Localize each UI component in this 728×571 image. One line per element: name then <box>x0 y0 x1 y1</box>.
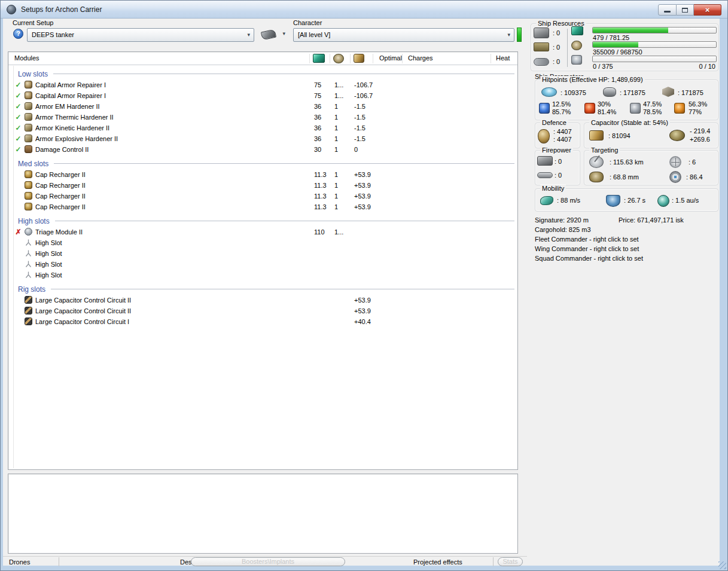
module-name: Armor Explosive Hardener II <box>35 133 118 144</box>
module-row[interactable]: Cap Recharger II11.31+53.9 <box>8 169 517 180</box>
module-pg-value: 1 <box>334 169 338 180</box>
fit-ok-icon: ✓ <box>14 144 23 155</box>
chevron-down-icon: ▾ <box>247 29 250 41</box>
window-border-right <box>720 19 727 570</box>
fit-ok-icon: ✓ <box>14 80 23 90</box>
minimize-button[interactable] <box>658 4 677 16</box>
defence-label: Defence <box>540 119 568 126</box>
module-row[interactable]: High Slot <box>8 237 517 248</box>
module-row[interactable]: ✓Damage Control II3010 <box>8 144 517 155</box>
warp-speed-value: : 1.5 au/s <box>672 197 699 204</box>
price-value: Price: 671,497,171 isk <box>619 216 684 224</box>
launcher-hardpoints-icon <box>534 42 549 51</box>
module-cpu-value: 11.3 <box>314 191 327 201</box>
app-window: Setups for Archon Carrier × Current Setu… <box>0 0 728 571</box>
empty-high-icon <box>25 249 32 257</box>
module-name: Cap Recharger II <box>35 201 86 212</box>
module-name: Triage Module II <box>35 227 83 237</box>
turret-dps-value: : 0 <box>555 158 562 165</box>
kinetic-resist-icon <box>630 103 641 114</box>
resize-grip[interactable] <box>718 561 726 569</box>
boosters-implants-panel-tab[interactable]: Boosters\Implants <box>191 557 345 566</box>
stats-panel-tab[interactable]: Stats <box>498 557 523 566</box>
module-cpu-value: 36 <box>314 112 321 123</box>
align-time-value: : 26.7 s <box>624 197 645 204</box>
module-row[interactable]: Large Capacitor Control Circuit II+53.9 <box>8 306 517 316</box>
turret-dps-icon <box>537 156 553 166</box>
modules-panel: Modules Optimal Charges Heat Low slots✓C… <box>8 51 518 470</box>
slot-group-header: Low slots <box>8 68 517 80</box>
module-cpu-value: 75 <box>314 90 321 101</box>
module-cap-value: -106.7 <box>354 80 373 90</box>
rig-icon <box>25 296 32 304</box>
slot-group-header: Rig slots <box>8 283 517 295</box>
module-row[interactable]: Cap Recharger II11.31+53.9 <box>8 191 517 201</box>
module-row[interactable]: ✓Armor Thermic Hardener II361-1.5 <box>8 112 517 123</box>
wing-commander-slot[interactable]: Wing Commander - right click to set <box>535 245 639 252</box>
kinetic-resist-values: 47.5%78.5% <box>643 100 662 116</box>
module-name: High Slot <box>35 270 62 280</box>
projected-effects-panel-tab[interactable]: Projected effects <box>413 558 462 566</box>
module-row[interactable]: Cap Recharger II11.31+53.9 <box>8 180 517 191</box>
ship-menu-button[interactable]: ▾ <box>261 29 288 41</box>
cap-recharger-icon <box>25 181 32 189</box>
module-cap-value: +53.9 <box>354 306 371 316</box>
minimize-icon <box>664 11 671 13</box>
current-setup-select[interactable]: DEEPS tanker ▾ <box>27 28 254 42</box>
fleet-commander-slot[interactable]: Fleet Commander - right click to set <box>535 236 639 243</box>
em-resist-icon <box>539 103 550 114</box>
module-pg-value: 1 <box>334 123 338 133</box>
drones-panel-tab[interactable]: Drones <box>9 558 30 566</box>
missile-dps-icon <box>537 172 553 178</box>
shield-icon <box>541 87 557 97</box>
rig-icon <box>25 317 32 325</box>
armor-repair-icon <box>538 129 550 143</box>
warp-speed-icon <box>657 195 669 207</box>
module-row[interactable]: ✓Armor Explosive Hardener II361-1.5 <box>8 133 517 144</box>
module-row[interactable]: Large Capacitor Control Circuit II+53.9 <box>8 295 517 306</box>
module-row[interactable]: High Slot <box>8 248 517 259</box>
character-select[interactable]: [All level V] ▾ <box>293 28 514 42</box>
targeting-label: Targeting <box>589 146 620 154</box>
module-row[interactable]: High Slot <box>8 270 517 280</box>
bottom-bar-separator <box>493 557 494 566</box>
mobility-group: Mobility : 88 m/s : 26.7 s : 1.5 au/s <box>535 188 718 212</box>
module-row[interactable]: ✓Capital Armor Repairer I751...-106.7 <box>8 80 517 90</box>
fit-ok-icon: ✓ <box>14 90 23 101</box>
capacitor-label: Capacitor (Stable at: 54%) <box>589 119 670 126</box>
turret-hardpoints-value: : 0 <box>553 29 560 36</box>
character-value: [All level V] <box>298 31 330 38</box>
turret-slots-usage-value: 0 / 10 <box>699 63 715 70</box>
cargohold-value: Cargohold: 825 m3 <box>535 226 591 233</box>
module-row[interactable]: ✓Capital Armor Repairer I751...-106.7 <box>8 90 517 101</box>
resources-divider <box>567 29 568 67</box>
squad-commander-slot[interactable]: Squad Commander - right click to set <box>535 255 643 262</box>
module-row[interactable]: High Slot <box>8 259 517 270</box>
help-icon[interactable]: ? <box>13 29 23 39</box>
module-cap-value: +53.9 <box>354 180 371 191</box>
module-cpu-value: 11.3 <box>314 180 327 191</box>
module-pg-value: 1 <box>334 144 338 155</box>
module-row[interactable]: Cap Recharger II11.31+53.9 <box>8 201 517 212</box>
maximize-button[interactable] <box>677 4 694 16</box>
cpu-usage-value: 479 / 781.25 <box>593 34 629 41</box>
capacitor-icon <box>589 130 604 141</box>
hull-icon <box>662 87 674 97</box>
module-row[interactable]: ✓Armor EM Hardener II361-1.5 <box>8 101 517 112</box>
powergrid-bar-fill <box>593 42 638 47</box>
module-row[interactable]: Large Capacitor Control Circuit I+40.4 <box>8 316 517 327</box>
close-button[interactable]: × <box>694 4 721 16</box>
module-row[interactable]: ✓Armor Kinetic Hardener II361-1.5 <box>8 123 517 133</box>
module-row[interactable]: ✗Triage Module II1101... <box>8 227 517 237</box>
rig-slots-value: : 0 <box>553 58 560 65</box>
maximize-icon <box>682 8 688 13</box>
optimal-column-header: Optimal <box>379 54 402 62</box>
explosive-resist-icon <box>674 103 685 114</box>
fit-ok-icon: ✓ <box>14 123 23 133</box>
targeting-range-icon <box>589 156 604 168</box>
cpu-icon <box>571 26 583 35</box>
ship-resources-group: Ship Resources : 0 : 0 : 0 479 / 781.25 … <box>531 23 718 71</box>
triage-icon <box>25 228 32 236</box>
module-pg-value: 1 <box>334 201 338 212</box>
modules-column-header: Modules <box>14 54 39 62</box>
